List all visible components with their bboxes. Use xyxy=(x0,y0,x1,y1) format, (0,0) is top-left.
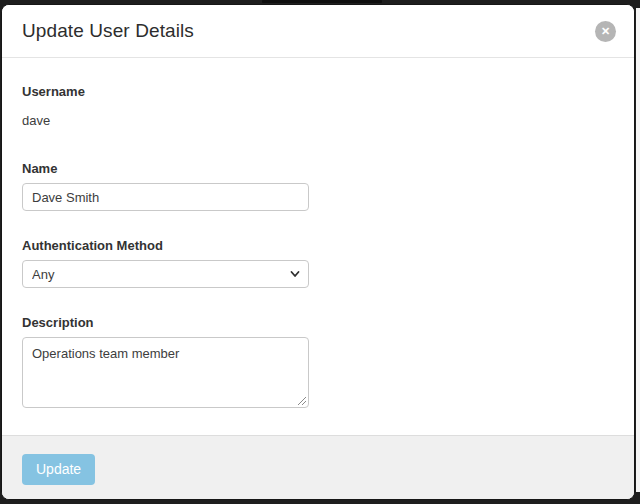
username-label: Username xyxy=(22,84,614,99)
username-section: Username dave xyxy=(22,84,614,128)
backdrop-right-sliver xyxy=(636,8,640,492)
auth-method-label: Authentication Method xyxy=(22,238,614,253)
modal-title: Update User Details xyxy=(22,20,194,42)
auth-method-select[interactable]: Any xyxy=(22,260,309,288)
page-backdrop: Update User Details ✕ Username dave Name… xyxy=(0,0,640,504)
name-section: Name xyxy=(22,161,614,211)
modal-footer: Update xyxy=(2,435,634,500)
backdrop-page-remnant xyxy=(262,0,382,3)
modal-header: Update User Details ✕ xyxy=(2,5,634,58)
modal-body: Username dave Name Authentication Method… xyxy=(2,58,634,435)
update-button[interactable]: Update xyxy=(22,454,95,485)
auth-method-section: Authentication Method Any xyxy=(22,238,614,288)
update-user-modal: Update User Details ✕ Username dave Name… xyxy=(1,4,635,500)
description-label: Description xyxy=(22,315,614,330)
name-label: Name xyxy=(22,161,614,176)
username-value: dave xyxy=(22,113,614,128)
description-field[interactable]: Operations team member xyxy=(22,337,309,408)
close-icon[interactable]: ✕ xyxy=(595,21,616,42)
description-section: Description Operations team member xyxy=(22,315,614,408)
name-field[interactable] xyxy=(22,183,309,211)
